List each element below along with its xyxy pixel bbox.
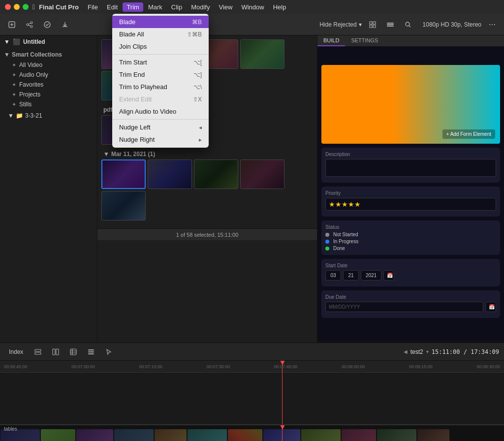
sidebar-item-audio-only[interactable]: ✦ Audio Only: [0, 70, 97, 80]
minimize-button[interactable]: [14, 4, 20, 10]
filmstrip-clip-9[interactable]: [301, 429, 341, 441]
filmstrip-playhead[interactable]: [282, 425, 283, 441]
timeline-layout-btn-3[interactable]: [66, 345, 80, 359]
download-button[interactable]: [58, 18, 72, 32]
timeline-cursor[interactable]: [102, 345, 116, 359]
menu-help[interactable]: Help: [269, 2, 290, 12]
import-button[interactable]: [5, 18, 19, 32]
clip-thumb-8[interactable]: [101, 159, 146, 189]
timeline-layout-btn-2[interactable]: [49, 345, 63, 359]
status-option-not-started[interactable]: Not Started: [325, 232, 496, 237]
menu-mark[interactable]: Mark: [144, 2, 166, 12]
menu-trim-to-playhead[interactable]: Trim to Playhead ⌥\: [112, 81, 209, 93]
priority-label: Priority: [325, 190, 496, 196]
project-expand-icon[interactable]: ▼: [4, 38, 10, 45]
filmstrip-clip-11[interactable]: [377, 429, 416, 441]
menu-blade[interactable]: Blade ⌘B: [112, 16, 209, 28]
svg-rect-8: [373, 25, 376, 28]
menu-edit[interactable]: Edit: [103, 2, 122, 12]
playhead[interactable]: [282, 361, 283, 424]
browser-status-bar: 1 of 58 selected, 15:11:00: [97, 228, 317, 240]
svg-rect-20: [88, 353, 94, 354]
status-option-in-progress[interactable]: In Progress: [325, 239, 496, 244]
tab-build[interactable]: BUILD: [317, 35, 345, 46]
status-option-done[interactable]: Done: [325, 246, 496, 251]
filmstrip-clip-12[interactable]: [417, 429, 449, 441]
timeline-layout-btn-1[interactable]: [31, 345, 45, 359]
due-date-input[interactable]: MM/DD/YYYY: [325, 302, 483, 312]
browser-status-text: 1 of 58 selected, 15:11:00: [176, 232, 239, 238]
start-date-year[interactable]: 2021: [361, 270, 381, 281]
apple-logo-icon: : [32, 3, 35, 11]
clip-thumb-12[interactable]: [101, 191, 146, 220]
smart-collections-header[interactable]: ▼ Smart Collections: [0, 49, 97, 60]
clip-thumb-4[interactable]: [240, 39, 284, 69]
filmstrip-clip-2[interactable]: [41, 429, 75, 441]
menu-window[interactable]: Window: [237, 2, 268, 12]
menu-trim-end[interactable]: Trim End ⌥]: [112, 68, 209, 81]
svg-rect-11: [387, 26, 394, 27]
svg-rect-15: [53, 349, 55, 355]
clip-thumb-9[interactable]: [148, 159, 192, 189]
filmstrip-clip-3[interactable]: [76, 429, 113, 441]
ruler-mark-6: 00:08:00:00: [342, 364, 365, 369]
sidebar-item-stills[interactable]: ✦ Stills: [0, 99, 97, 109]
start-date-month[interactable]: 03: [325, 270, 341, 281]
description-field[interactable]: [325, 159, 496, 177]
timeline-list-view[interactable]: [84, 345, 98, 359]
close-button[interactable]: [5, 4, 11, 10]
check-button[interactable]: [40, 18, 54, 32]
menu-trim-start-label: Trim Start: [119, 59, 147, 66]
start-date-label: Start Date: [325, 263, 496, 268]
menu-join-clips[interactable]: Join Clips: [112, 40, 209, 53]
tab-settings[interactable]: SETTINGS: [345, 35, 384, 46]
description-card: Description: [321, 148, 500, 183]
menu-file[interactable]: File: [84, 2, 102, 12]
filmstrip-clip-7[interactable]: [228, 429, 262, 441]
projects-icon: ✦: [12, 92, 16, 98]
menu-trim-to-playhead-shortcut: ⌥\: [193, 84, 202, 91]
clip-thumb-11[interactable]: [240, 159, 284, 189]
menu-trim[interactable]: Trim: [123, 2, 143, 12]
share-button[interactable]: [23, 18, 36, 32]
timeline-dropdown-icon[interactable]: ▾: [426, 349, 429, 354]
layout-icon[interactable]: [366, 18, 379, 32]
sidebar-date-folder[interactable]: ▼ 📁 3-3-21: [0, 110, 97, 121]
sidebar-item-projects[interactable]: ✦ Projects: [0, 90, 97, 99]
filmstrip-clip-10[interactable]: [342, 429, 376, 441]
due-date-calendar-icon[interactable]: 📅: [485, 302, 496, 312]
menu-nudge-right[interactable]: Nudge Right ▸: [112, 133, 209, 146]
filmstrip-clip-5[interactable]: [155, 429, 187, 441]
menu-modify[interactable]: Modify: [187, 2, 214, 12]
sidebar-item-all-video[interactable]: ✦ All Video: [0, 60, 97, 70]
more-options-button[interactable]: ⋯: [485, 18, 499, 32]
start-date-day[interactable]: 21: [343, 270, 359, 281]
menu-clip[interactable]: Clip: [167, 2, 186, 12]
menu-trim-start[interactable]: Trim Start ⌥[: [112, 56, 209, 68]
grid-icon[interactable]: [383, 18, 397, 32]
clip-thumb-10[interactable]: [194, 159, 238, 189]
menu-align-audio[interactable]: Align Audio to Video: [112, 105, 209, 118]
menu-blade-all[interactable]: Blade All ⇧⌘B: [112, 28, 209, 40]
filmstrip-clip-6[interactable]: [188, 429, 227, 441]
priority-card: Priority ★★★★★: [321, 187, 500, 217]
menu-nudge-left[interactable]: Nudge Left ◂: [112, 121, 209, 133]
description-label: Description: [325, 152, 496, 157]
timeline-area: 00:06:45:00 00:07:00:00 00:07:15:00 00:0…: [0, 360, 504, 424]
svg-rect-14: [35, 352, 41, 354]
sidebar-project-header: ▼ ⬛ Untitled: [0, 35, 97, 48]
ruler-mark-7: 00:08:15:00: [409, 364, 433, 369]
status-dot-in-progress: [325, 240, 329, 244]
priority-stars: ★★★★★: [329, 200, 361, 208]
menu-view[interactable]: View: [215, 2, 236, 12]
hide-rejected-button[interactable]: Hide Rejected ▾: [319, 21, 361, 28]
start-date-calendar-icon[interactable]: 📅: [383, 270, 394, 281]
sidebar-item-favorites[interactable]: ✦ Favorites: [0, 80, 97, 90]
index-button[interactable]: Index: [5, 346, 27, 357]
filmstrip-clip-4[interactable]: [114, 429, 154, 441]
sidebar: ▼ ⬛ Untitled ▼ Smart Collections ✦ All V…: [0, 35, 97, 343]
fullscreen-button[interactable]: [23, 4, 29, 10]
svg-rect-10: [387, 24, 394, 25]
timeline-collapse-icon[interactable]: ◀: [404, 349, 408, 354]
search-button[interactable]: [401, 18, 415, 32]
